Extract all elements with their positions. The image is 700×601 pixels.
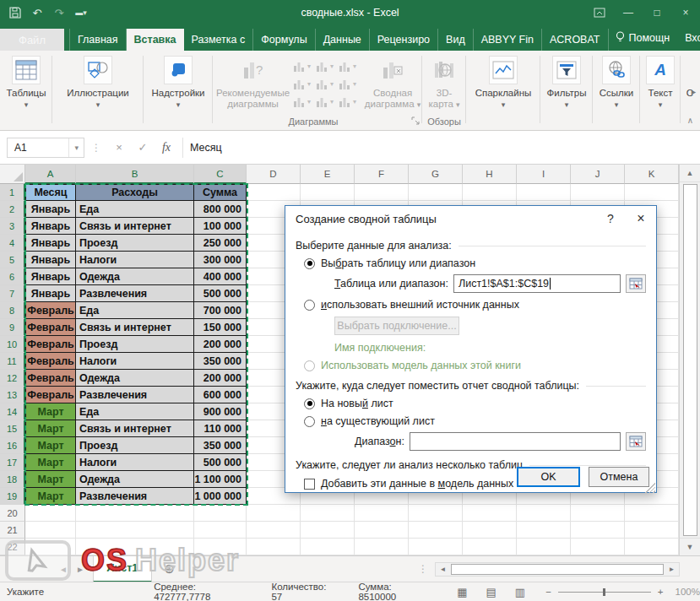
name-box[interactable]: A1 ▾ bbox=[7, 138, 84, 158]
row-header-11[interactable]: 11 bbox=[0, 353, 25, 370]
cell-B6[interactable]: Одежда bbox=[76, 268, 194, 285]
confirm-entry-icon[interactable]: ✓ bbox=[132, 138, 154, 158]
cell-C3[interactable]: 100 000 bbox=[194, 218, 247, 235]
tab-page-layout[interactable]: Разметка с bbox=[184, 29, 254, 51]
cell-G22[interactable] bbox=[409, 539, 463, 555]
cell-B17[interactable]: Налоги bbox=[76, 454, 194, 471]
cell-F20[interactable] bbox=[355, 505, 409, 522]
splitter-handle-icon[interactable]: ⋮ bbox=[418, 563, 435, 575]
cell-F22[interactable] bbox=[355, 539, 409, 555]
radio-on-icon[interactable] bbox=[304, 258, 315, 269]
dialog-close-icon[interactable]: × bbox=[626, 206, 656, 231]
cell-C5[interactable]: 300 000 bbox=[194, 252, 247, 268]
cell-A3[interactable]: Январь bbox=[25, 218, 76, 235]
cell-B20[interactable] bbox=[76, 505, 194, 522]
cell-B13[interactable]: Развлечения bbox=[76, 387, 194, 403]
column-header-I[interactable]: I bbox=[517, 165, 571, 184]
tab-abbyy[interactable]: ABBYY Fin bbox=[474, 29, 542, 51]
radio-existing-sheet[interactable]: на существующий лист bbox=[304, 415, 646, 427]
status-count[interactable]: Количество: 57 bbox=[271, 582, 334, 601]
cell-C7[interactable]: 500 000 bbox=[194, 285, 247, 302]
cell-C11[interactable]: 350 000 bbox=[194, 353, 247, 370]
formula-input[interactable]: Месяц bbox=[182, 138, 698, 158]
radio-off-icon[interactable] bbox=[304, 300, 315, 311]
line-chart-icon[interactable]: ▾ bbox=[293, 75, 316, 93]
cell-C20[interactable] bbox=[194, 505, 247, 522]
cell-B11[interactable]: Налоги bbox=[76, 353, 194, 370]
cell-E20[interactable] bbox=[301, 505, 355, 522]
status-sum[interactable]: Сумма: 8510000 bbox=[358, 582, 426, 601]
cell-C17[interactable]: 500 000 bbox=[194, 454, 247, 471]
cell-A7[interactable]: Январь bbox=[25, 285, 76, 302]
cell-C14[interactable]: 900 000 bbox=[194, 403, 247, 420]
cancel-entry-icon[interactable]: × bbox=[108, 138, 130, 158]
cell-C13[interactable]: 600 000 bbox=[194, 387, 247, 403]
row-header-5[interactable]: 5 bbox=[0, 252, 25, 268]
cell-B2[interactable]: Еда bbox=[76, 201, 194, 218]
tab-formulas[interactable]: Формулы bbox=[253, 29, 315, 51]
cell-A17[interactable]: Март bbox=[25, 454, 76, 471]
cell-A8[interactable]: Февраль bbox=[25, 302, 76, 319]
cell-B5[interactable]: Налоги bbox=[76, 252, 194, 268]
column-header-E[interactable]: E bbox=[301, 165, 355, 184]
cell-H20[interactable] bbox=[463, 505, 517, 522]
cell-B22[interactable] bbox=[76, 539, 194, 555]
cell-C2[interactable]: 800 000 bbox=[194, 201, 247, 218]
zoom-in-icon[interactable]: + bbox=[658, 587, 664, 597]
cell-J21[interactable] bbox=[571, 522, 625, 539]
cell-C18[interactable]: 1 100 000 bbox=[194, 471, 247, 488]
cell-A5[interactable]: Январь bbox=[25, 252, 76, 268]
column-header-A[interactable]: A bbox=[25, 165, 76, 184]
cell-B3[interactable]: Связь и интернет bbox=[76, 218, 194, 235]
row-header-16[interactable]: 16 bbox=[0, 437, 25, 454]
cell-B8[interactable]: Еда bbox=[76, 302, 194, 319]
cell-C4[interactable]: 250 000 bbox=[194, 235, 247, 252]
range-picker-icon[interactable] bbox=[626, 274, 646, 293]
cell-B7[interactable]: Развлечения bbox=[76, 285, 194, 302]
page-layout-view-icon[interactable]: ▤ bbox=[486, 586, 497, 598]
filters-button[interactable]: Фильтры ▾ bbox=[540, 54, 593, 111]
zoom-percentage[interactable]: 100% bbox=[676, 587, 700, 597]
cell-A22[interactable] bbox=[25, 539, 76, 555]
cell-E22[interactable] bbox=[301, 539, 355, 555]
choose-connection-button[interactable]: Выбрать подключение... bbox=[334, 317, 459, 335]
cell-K1[interactable] bbox=[625, 184, 679, 201]
recommended-charts-button[interactable]: ? Рекомендуемыедиаграммы bbox=[213, 54, 293, 112]
cell-A16[interactable]: Март bbox=[25, 437, 76, 454]
row-header-20[interactable]: 20 bbox=[0, 505, 25, 522]
cell-D20[interactable] bbox=[247, 505, 301, 522]
cell-C15[interactable]: 110 000 bbox=[194, 420, 247, 437]
zoom-out-icon[interactable]: − bbox=[545, 587, 551, 597]
radio-select-table[interactable]: Выбрать таблицу или диапазон bbox=[304, 257, 646, 269]
tables-button[interactable]: Таблицы ▾ bbox=[0, 54, 52, 111]
links-button[interactable]: Ссылки ▾ bbox=[593, 54, 640, 111]
cell-C21[interactable] bbox=[194, 522, 247, 539]
column-chart-icon[interactable]: ▾ bbox=[293, 57, 316, 75]
cell-A13[interactable]: Февраль bbox=[25, 387, 76, 403]
table-range-input[interactable]: Лист1!$A$1:$C$19 bbox=[453, 274, 621, 293]
cell-A15[interactable]: Март bbox=[25, 420, 76, 437]
horizontal-scroll-thumb[interactable] bbox=[451, 564, 664, 575]
dialog-title-bar[interactable]: Создание сводной таблицы ? × bbox=[285, 206, 656, 231]
cell-C19[interactable]: 1 000 000 bbox=[194, 488, 247, 505]
chevron-down-icon[interactable]: ▾ bbox=[68, 138, 84, 157]
scatter-chart-icon[interactable]: ▾ bbox=[316, 93, 339, 111]
tell-me-box[interactable]: Помощн bbox=[609, 27, 677, 49]
drag-handle-icon[interactable]: ⋮ bbox=[91, 142, 101, 154]
cell-B21[interactable] bbox=[76, 522, 194, 539]
radio-on-icon[interactable] bbox=[304, 398, 315, 409]
range-picker-icon[interactable] bbox=[626, 432, 646, 451]
tab-file[interactable]: Файл bbox=[0, 29, 64, 51]
column-header-F[interactable]: F bbox=[355, 165, 409, 184]
row-header-9[interactable]: 9 bbox=[0, 319, 25, 336]
column-header-G[interactable]: G bbox=[409, 165, 463, 184]
column-header-B[interactable]: B bbox=[76, 165, 194, 184]
scroll-down-icon[interactable]: ▼ bbox=[680, 538, 700, 555]
cell-C10[interactable]: 200 000 bbox=[194, 336, 247, 353]
cell-I22[interactable] bbox=[517, 539, 571, 555]
cell-E21[interactable] bbox=[301, 522, 355, 539]
radio-off-icon[interactable] bbox=[304, 416, 315, 427]
vertical-scroll-thumb[interactable] bbox=[683, 184, 697, 536]
zoom-slider-thumb[interactable] bbox=[603, 588, 605, 596]
page-break-view-icon[interactable]: ▥ bbox=[515, 586, 525, 598]
